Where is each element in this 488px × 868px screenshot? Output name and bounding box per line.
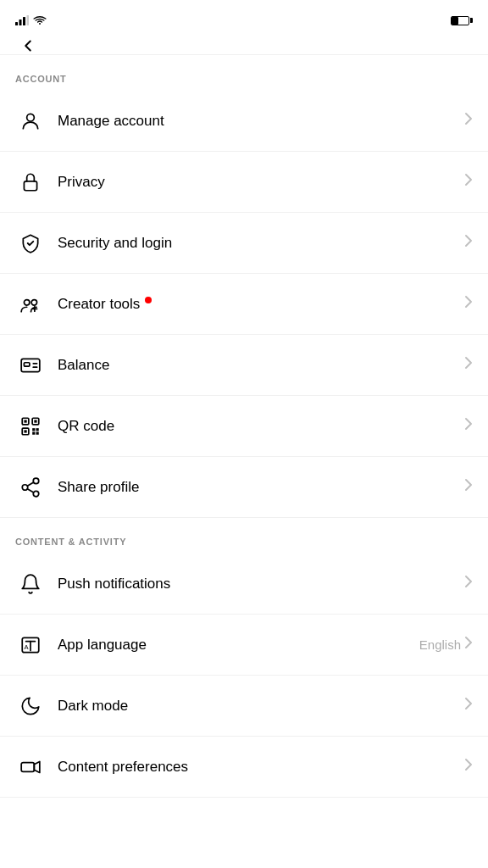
menu-label-wrap-creator-tools: Creator tools xyxy=(58,296,464,313)
chevron-right-icon-security-login xyxy=(464,234,473,252)
back-icon xyxy=(19,36,37,55)
chevron-right-icon-creator-tools xyxy=(464,295,473,313)
chevron-right-icon-push-notifications xyxy=(464,575,473,593)
menu-item-content-preferences[interactable]: Content preferences xyxy=(0,737,488,798)
menu-item-qr-code[interactable]: QR code xyxy=(0,396,488,457)
svg-rect-18 xyxy=(32,428,35,431)
creator-icon xyxy=(15,289,46,320)
section-label-content-activity: CONTENT & ACTIVITY xyxy=(0,518,488,554)
svg-rect-0 xyxy=(15,22,18,25)
menu-right-content-preferences xyxy=(464,758,473,776)
menu-right-dark-mode xyxy=(464,697,473,715)
menu-right-privacy xyxy=(464,173,473,191)
svg-marker-32 xyxy=(34,761,40,772)
menu-item-app-language[interactable]: AApp languageEnglish xyxy=(0,615,488,676)
menu-label-security-login: Security and login xyxy=(58,235,172,252)
section-label-account: ACCOUNT xyxy=(0,55,488,91)
menu-label-creator-tools: Creator tools xyxy=(58,296,140,313)
svg-rect-15 xyxy=(24,420,26,422)
menu-item-share-profile[interactable]: Share profile xyxy=(0,457,488,518)
status-battery-area xyxy=(446,16,473,25)
menu-item-balance[interactable]: Balance xyxy=(0,335,488,396)
menu-item-privacy[interactable]: Privacy xyxy=(0,152,488,213)
back-button[interactable] xyxy=(15,33,41,58)
status-carrier xyxy=(15,15,51,25)
menu-label-wrap-privacy: Privacy xyxy=(58,174,464,191)
battery-icon xyxy=(451,16,473,25)
svg-point-6 xyxy=(24,299,30,305)
bell-icon xyxy=(15,569,46,599)
balance-icon xyxy=(15,350,46,381)
language-icon: A xyxy=(15,630,46,660)
svg-rect-21 xyxy=(36,431,39,434)
menu-label-wrap-qr-code: QR code xyxy=(58,418,464,435)
chevron-right-icon-app-language xyxy=(464,636,473,654)
menu-right-text-app-language: English xyxy=(419,637,461,652)
svg-rect-19 xyxy=(36,428,39,431)
menu-right-manage-account xyxy=(464,112,473,130)
menu-label-manage-account: Manage account xyxy=(58,113,164,130)
menu-right-balance xyxy=(464,356,473,374)
menu-label-wrap-manage-account: Manage account xyxy=(58,113,464,130)
video-icon xyxy=(15,752,46,782)
svg-line-26 xyxy=(27,482,33,486)
svg-rect-1 xyxy=(19,19,22,25)
lock-icon xyxy=(15,167,46,198)
svg-text:A: A xyxy=(24,643,29,651)
svg-rect-31 xyxy=(21,762,34,771)
svg-rect-20 xyxy=(32,431,35,434)
menu-item-creator-tools[interactable]: Creator tools xyxy=(0,274,488,335)
menu-right-share-profile xyxy=(464,478,473,496)
svg-rect-3 xyxy=(27,15,30,25)
menu-label-balance: Balance xyxy=(58,357,109,374)
chevron-right-icon-dark-mode xyxy=(464,697,473,715)
menu-label-wrap-security-login: Security and login xyxy=(58,235,464,252)
menu-label-wrap-balance: Balance xyxy=(58,357,464,374)
svg-point-7 xyxy=(31,299,37,305)
menu-right-creator-tools xyxy=(464,295,473,313)
menu-label-wrap-app-language: App language xyxy=(58,637,419,654)
svg-rect-16 xyxy=(34,420,36,422)
menu-label-wrap-content-preferences: Content preferences xyxy=(58,759,464,776)
menu-label-wrap-dark-mode: Dark mode xyxy=(58,698,464,715)
menu-label-app-language: App language xyxy=(58,637,147,654)
shield-icon xyxy=(15,228,46,259)
svg-point-4 xyxy=(27,114,35,121)
share-icon xyxy=(15,472,46,503)
status-bar xyxy=(0,0,488,37)
menu-label-wrap-share-profile: Share profile xyxy=(58,479,464,496)
menu-label-share-profile: Share profile xyxy=(58,479,139,496)
person-icon xyxy=(15,106,46,136)
menu-right-app-language: English xyxy=(419,636,473,654)
moon-icon xyxy=(15,691,46,721)
signal-icon xyxy=(15,15,29,25)
menu-label-dark-mode: Dark mode xyxy=(58,698,128,715)
header xyxy=(0,37,488,55)
menu-right-push-notifications xyxy=(464,575,473,593)
chevron-right-icon-share-profile xyxy=(464,478,473,496)
menu-item-push-notifications[interactable]: Push notifications xyxy=(0,554,488,615)
svg-line-25 xyxy=(27,488,33,492)
qr-icon xyxy=(15,411,46,442)
svg-rect-2 xyxy=(23,17,25,25)
section-content-activity: CONTENT & ACTIVITYPush notificationsAApp… xyxy=(0,518,488,798)
menu-item-dark-mode[interactable]: Dark mode xyxy=(0,676,488,737)
menu-right-security-login xyxy=(464,234,473,252)
menu-item-security-login[interactable]: Security and login xyxy=(0,213,488,274)
menu-item-manage-account[interactable]: Manage account xyxy=(0,91,488,152)
menu-label-privacy: Privacy xyxy=(58,174,105,191)
chevron-right-icon-balance xyxy=(464,356,473,374)
menu-label-qr-code: QR code xyxy=(58,418,114,435)
svg-rect-17 xyxy=(24,430,26,432)
chevron-right-icon-privacy xyxy=(464,173,473,191)
notification-dot xyxy=(145,297,152,303)
menu-container: ACCOUNTManage accountPrivacySecurity and… xyxy=(0,55,488,798)
menu-label-wrap-push-notifications: Push notifications xyxy=(58,576,464,593)
svg-rect-5 xyxy=(24,181,36,190)
chevron-right-icon-manage-account xyxy=(464,112,473,130)
menu-right-qr-code xyxy=(464,417,473,435)
chevron-right-icon-content-preferences xyxy=(464,758,473,776)
menu-label-push-notifications: Push notifications xyxy=(58,576,170,593)
wifi-icon xyxy=(33,15,47,25)
chevron-right-icon-qr-code xyxy=(464,417,473,435)
